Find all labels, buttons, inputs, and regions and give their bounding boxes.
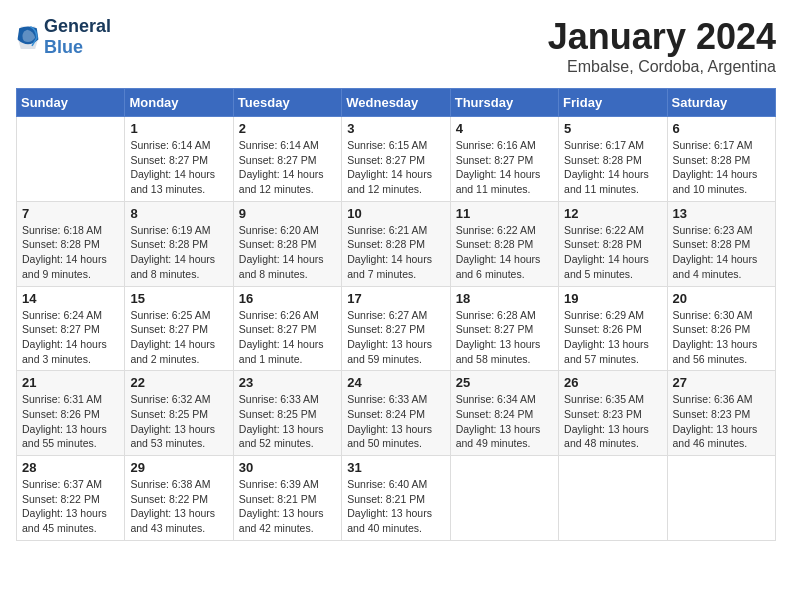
calendar-cell: [17, 117, 125, 202]
day-info: Sunrise: 6:17 AM Sunset: 8:28 PM Dayligh…: [564, 138, 661, 197]
day-number: 6: [673, 121, 770, 136]
calendar-cell: [450, 456, 558, 541]
calendar-cell: 20Sunrise: 6:30 AM Sunset: 8:26 PM Dayli…: [667, 286, 775, 371]
calendar-table: SundayMondayTuesdayWednesdayThursdayFrid…: [16, 88, 776, 541]
calendar-week-row: 28Sunrise: 6:37 AM Sunset: 8:22 PM Dayli…: [17, 456, 776, 541]
day-info: Sunrise: 6:29 AM Sunset: 8:26 PM Dayligh…: [564, 308, 661, 367]
calendar-week-row: 1Sunrise: 6:14 AM Sunset: 8:27 PM Daylig…: [17, 117, 776, 202]
calendar-cell: 23Sunrise: 6:33 AM Sunset: 8:25 PM Dayli…: [233, 371, 341, 456]
day-info: Sunrise: 6:17 AM Sunset: 8:28 PM Dayligh…: [673, 138, 770, 197]
day-number: 21: [22, 375, 119, 390]
calendar-cell: 17Sunrise: 6:27 AM Sunset: 8:27 PM Dayli…: [342, 286, 450, 371]
day-info: Sunrise: 6:36 AM Sunset: 8:23 PM Dayligh…: [673, 392, 770, 451]
day-number: 30: [239, 460, 336, 475]
day-info: Sunrise: 6:23 AM Sunset: 8:28 PM Dayligh…: [673, 223, 770, 282]
header-sunday: Sunday: [17, 89, 125, 117]
page-header: General Blue January 2024 Embalse, Cordo…: [16, 16, 776, 76]
day-number: 25: [456, 375, 553, 390]
day-info: Sunrise: 6:40 AM Sunset: 8:21 PM Dayligh…: [347, 477, 444, 536]
day-info: Sunrise: 6:27 AM Sunset: 8:27 PM Dayligh…: [347, 308, 444, 367]
calendar-cell: 7Sunrise: 6:18 AM Sunset: 8:28 PM Daylig…: [17, 201, 125, 286]
calendar-week-row: 7Sunrise: 6:18 AM Sunset: 8:28 PM Daylig…: [17, 201, 776, 286]
calendar-cell: [559, 456, 667, 541]
day-number: 4: [456, 121, 553, 136]
day-number: 7: [22, 206, 119, 221]
calendar-cell: 31Sunrise: 6:40 AM Sunset: 8:21 PM Dayli…: [342, 456, 450, 541]
day-info: Sunrise: 6:25 AM Sunset: 8:27 PM Dayligh…: [130, 308, 227, 367]
location-subtitle: Embalse, Cordoba, Argentina: [548, 58, 776, 76]
calendar-cell: 19Sunrise: 6:29 AM Sunset: 8:26 PM Dayli…: [559, 286, 667, 371]
day-info: Sunrise: 6:35 AM Sunset: 8:23 PM Dayligh…: [564, 392, 661, 451]
day-number: 16: [239, 291, 336, 306]
logo: General Blue: [16, 16, 111, 58]
day-info: Sunrise: 6:38 AM Sunset: 8:22 PM Dayligh…: [130, 477, 227, 536]
calendar-cell: 3Sunrise: 6:15 AM Sunset: 8:27 PM Daylig…: [342, 117, 450, 202]
day-number: 19: [564, 291, 661, 306]
day-info: Sunrise: 6:14 AM Sunset: 8:27 PM Dayligh…: [239, 138, 336, 197]
header-wednesday: Wednesday: [342, 89, 450, 117]
header-tuesday: Tuesday: [233, 89, 341, 117]
calendar-cell: 12Sunrise: 6:22 AM Sunset: 8:28 PM Dayli…: [559, 201, 667, 286]
calendar-week-row: 14Sunrise: 6:24 AM Sunset: 8:27 PM Dayli…: [17, 286, 776, 371]
day-info: Sunrise: 6:24 AM Sunset: 8:27 PM Dayligh…: [22, 308, 119, 367]
day-number: 11: [456, 206, 553, 221]
day-info: Sunrise: 6:18 AM Sunset: 8:28 PM Dayligh…: [22, 223, 119, 282]
day-number: 14: [22, 291, 119, 306]
day-number: 15: [130, 291, 227, 306]
calendar-cell: 25Sunrise: 6:34 AM Sunset: 8:24 PM Dayli…: [450, 371, 558, 456]
day-info: Sunrise: 6:31 AM Sunset: 8:26 PM Dayligh…: [22, 392, 119, 451]
header-saturday: Saturday: [667, 89, 775, 117]
day-number: 10: [347, 206, 444, 221]
calendar-cell: 4Sunrise: 6:16 AM Sunset: 8:27 PM Daylig…: [450, 117, 558, 202]
day-number: 13: [673, 206, 770, 221]
day-info: Sunrise: 6:34 AM Sunset: 8:24 PM Dayligh…: [456, 392, 553, 451]
day-number: 20: [673, 291, 770, 306]
day-number: 17: [347, 291, 444, 306]
day-info: Sunrise: 6:15 AM Sunset: 8:27 PM Dayligh…: [347, 138, 444, 197]
day-info: Sunrise: 6:28 AM Sunset: 8:27 PM Dayligh…: [456, 308, 553, 367]
calendar-cell: 2Sunrise: 6:14 AM Sunset: 8:27 PM Daylig…: [233, 117, 341, 202]
day-info: Sunrise: 6:37 AM Sunset: 8:22 PM Dayligh…: [22, 477, 119, 536]
logo-blue: Blue: [44, 37, 111, 58]
day-info: Sunrise: 6:30 AM Sunset: 8:26 PM Dayligh…: [673, 308, 770, 367]
calendar-cell: 8Sunrise: 6:19 AM Sunset: 8:28 PM Daylig…: [125, 201, 233, 286]
calendar-cell: 29Sunrise: 6:38 AM Sunset: 8:22 PM Dayli…: [125, 456, 233, 541]
title-block: January 2024 Embalse, Cordoba, Argentina: [548, 16, 776, 76]
calendar-cell: 28Sunrise: 6:37 AM Sunset: 8:22 PM Dayli…: [17, 456, 125, 541]
header-monday: Monday: [125, 89, 233, 117]
calendar-cell: 24Sunrise: 6:33 AM Sunset: 8:24 PM Dayli…: [342, 371, 450, 456]
calendar-cell: 14Sunrise: 6:24 AM Sunset: 8:27 PM Dayli…: [17, 286, 125, 371]
day-number: 8: [130, 206, 227, 221]
calendar-cell: 27Sunrise: 6:36 AM Sunset: 8:23 PM Dayli…: [667, 371, 775, 456]
day-number: 23: [239, 375, 336, 390]
day-number: 1: [130, 121, 227, 136]
calendar-cell: 10Sunrise: 6:21 AM Sunset: 8:28 PM Dayli…: [342, 201, 450, 286]
day-number: 12: [564, 206, 661, 221]
logo-icon: [16, 23, 40, 51]
calendar-cell: 1Sunrise: 6:14 AM Sunset: 8:27 PM Daylig…: [125, 117, 233, 202]
day-number: 31: [347, 460, 444, 475]
calendar-cell: 11Sunrise: 6:22 AM Sunset: 8:28 PM Dayli…: [450, 201, 558, 286]
day-number: 9: [239, 206, 336, 221]
calendar-week-row: 21Sunrise: 6:31 AM Sunset: 8:26 PM Dayli…: [17, 371, 776, 456]
day-info: Sunrise: 6:33 AM Sunset: 8:25 PM Dayligh…: [239, 392, 336, 451]
calendar-cell: 26Sunrise: 6:35 AM Sunset: 8:23 PM Dayli…: [559, 371, 667, 456]
calendar-cell: 22Sunrise: 6:32 AM Sunset: 8:25 PM Dayli…: [125, 371, 233, 456]
day-info: Sunrise: 6:39 AM Sunset: 8:21 PM Dayligh…: [239, 477, 336, 536]
day-number: 3: [347, 121, 444, 136]
logo-general: General: [44, 16, 111, 37]
calendar-cell: 18Sunrise: 6:28 AM Sunset: 8:27 PM Dayli…: [450, 286, 558, 371]
day-info: Sunrise: 6:22 AM Sunset: 8:28 PM Dayligh…: [456, 223, 553, 282]
calendar-cell: [667, 456, 775, 541]
day-info: Sunrise: 6:14 AM Sunset: 8:27 PM Dayligh…: [130, 138, 227, 197]
day-info: Sunrise: 6:26 AM Sunset: 8:27 PM Dayligh…: [239, 308, 336, 367]
day-info: Sunrise: 6:32 AM Sunset: 8:25 PM Dayligh…: [130, 392, 227, 451]
month-year-title: January 2024: [548, 16, 776, 58]
calendar-cell: 6Sunrise: 6:17 AM Sunset: 8:28 PM Daylig…: [667, 117, 775, 202]
day-number: 18: [456, 291, 553, 306]
day-info: Sunrise: 6:16 AM Sunset: 8:27 PM Dayligh…: [456, 138, 553, 197]
calendar-cell: 9Sunrise: 6:20 AM Sunset: 8:28 PM Daylig…: [233, 201, 341, 286]
day-number: 27: [673, 375, 770, 390]
day-number: 5: [564, 121, 661, 136]
day-info: Sunrise: 6:21 AM Sunset: 8:28 PM Dayligh…: [347, 223, 444, 282]
